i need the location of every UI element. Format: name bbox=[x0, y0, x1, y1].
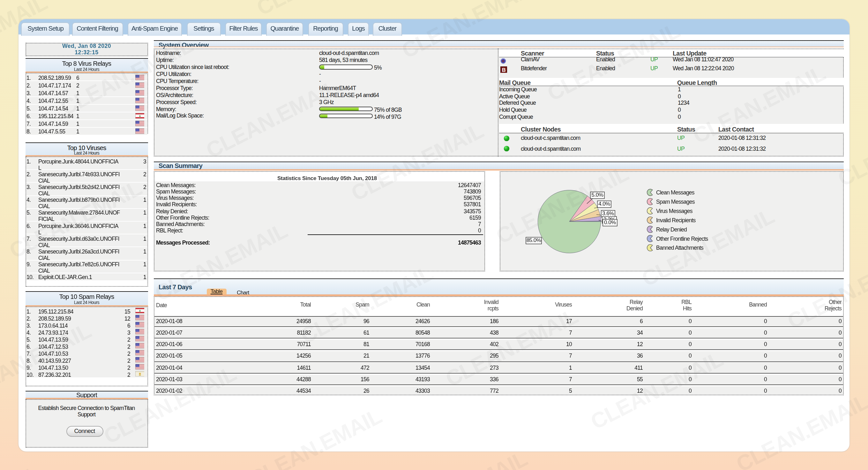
svg-text:3.6%: 3.6% bbox=[602, 210, 614, 216]
svg-text:Other Frontline Rejects: Other Frontline Rejects bbox=[656, 236, 708, 242]
svg-text:0.0%: 0.0% bbox=[604, 219, 616, 226]
svg-text:B: B bbox=[502, 67, 506, 73]
svg-text:Virus Messages: Virus Messages bbox=[656, 208, 693, 214]
svg-text:Banned Attachments: Banned Attachments bbox=[656, 244, 704, 251]
svg-text:Spam Messages: Spam Messages bbox=[656, 199, 695, 205]
svg-text:Invalid Recipients: Invalid Recipients bbox=[656, 217, 696, 224]
svg-text:Clean Messages: Clean Messages bbox=[656, 189, 695, 196]
svg-text:Relay Denied: Relay Denied bbox=[656, 226, 687, 233]
svg-text:5.0%: 5.0% bbox=[592, 192, 603, 198]
svg-text:4.0%: 4.0% bbox=[598, 201, 610, 207]
svg-text:85.0%: 85.0% bbox=[527, 237, 541, 243]
